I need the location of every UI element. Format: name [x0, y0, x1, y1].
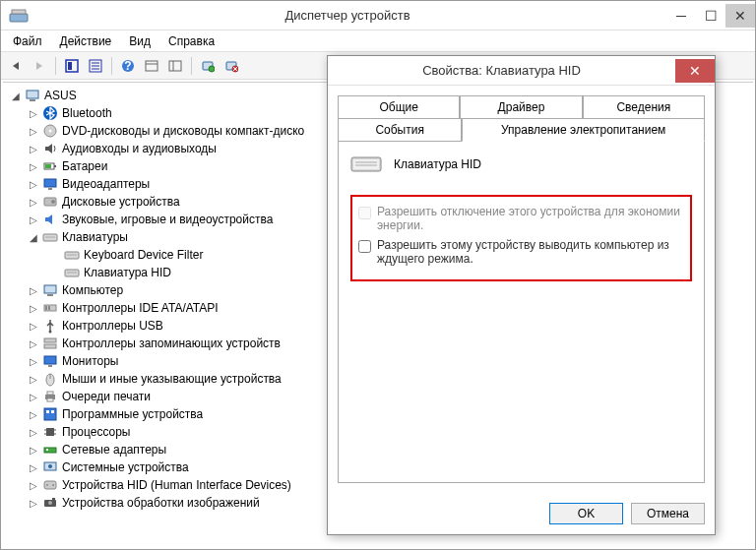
separator [191, 57, 192, 75]
menu-view[interactable]: Вид [121, 32, 158, 50]
expander-icon[interactable]: ▷ [27, 124, 40, 138]
svg-rect-45 [44, 344, 56, 348]
svg-rect-65 [44, 481, 56, 489]
dialog-close-button[interactable]: ✕ [675, 59, 715, 83]
show-hide-tree-button[interactable] [61, 55, 83, 77]
expander-icon[interactable]: ▷ [27, 106, 40, 120]
tree-item-label: Видеоадаптеры [62, 177, 150, 191]
svg-rect-46 [44, 356, 56, 364]
expander-icon[interactable]: ▷ [27, 301, 40, 315]
svg-rect-47 [48, 365, 52, 367]
expander-icon[interactable]: ▷ [27, 319, 40, 333]
close-button[interactable]: ✕ [725, 4, 755, 28]
battery-icon [42, 158, 58, 174]
highlight-box: Разрешить отключение этого устройства дл… [350, 195, 692, 281]
expander-icon[interactable]: ▷ [27, 460, 40, 474]
expander-icon[interactable]: ▷ [27, 496, 40, 510]
menu-file[interactable]: Файл [5, 32, 50, 50]
details-button[interactable] [164, 55, 186, 77]
tab-driver[interactable]: Драйвер [460, 95, 582, 119]
forward-button[interactable] [29, 55, 50, 77]
expander-icon[interactable]: ▷ [27, 195, 40, 209]
tree-item-label: Keyboard Device Filter [84, 248, 203, 262]
window-title: Диспетчер устройств [29, 8, 666, 23]
expander-icon[interactable]: ▷ [27, 177, 40, 191]
usb-icon [42, 318, 58, 334]
keyboard-icon [350, 153, 382, 175]
title-bar: Диспетчер устройств ─ ☐ ✕ [1, 1, 755, 31]
properties-button[interactable] [85, 55, 106, 77]
svg-rect-41 [45, 306, 47, 310]
menu-bar: Файл Действие Вид Справка [1, 31, 755, 52]
tab-events[interactable]: События [338, 118, 462, 142]
menu-action[interactable]: Действие [52, 32, 120, 50]
storage-icon [42, 336, 58, 351]
separator [55, 57, 56, 75]
expander-icon[interactable]: ▷ [27, 336, 40, 350]
svg-rect-29 [48, 188, 52, 190]
svg-rect-26 [54, 165, 56, 167]
cancel-button[interactable]: Отмена [631, 503, 705, 524]
svg-point-15 [209, 66, 215, 72]
svg-rect-61 [44, 448, 56, 453]
imaging-icon [42, 495, 58, 511]
svg-rect-53 [44, 408, 56, 420]
svg-rect-0 [10, 14, 28, 22]
network-icon [42, 442, 58, 458]
window-controls: ─ ☐ ✕ [666, 4, 755, 28]
checkbox-row-allow-off: Разрешить отключение этого устройства дл… [358, 205, 684, 232]
tree-item-label: Мониторы [62, 354, 118, 368]
tab-general[interactable]: Общие [338, 95, 460, 119]
tab-power-management[interactable]: Управление электропитанием [462, 118, 705, 142]
expander-icon[interactable]: ▷ [27, 443, 40, 457]
tab-details[interactable]: Сведения [583, 95, 705, 119]
dialog-title: Свойства: Клавиатура HID [328, 63, 675, 78]
expander-icon[interactable]: ▷ [27, 142, 40, 155]
allow-wake-checkbox[interactable] [358, 240, 371, 253]
maximize-button[interactable]: ☐ [696, 4, 725, 28]
svg-point-64 [48, 464, 52, 468]
svg-rect-1 [12, 10, 26, 14]
expander-icon[interactable]: ▷ [27, 372, 40, 386]
dvd-icon [42, 123, 58, 139]
tree-item-label: Мыши и иные указывающие устройства [62, 372, 282, 386]
checkbox-row-allow-wake: Разрешить этому устройству выводить комп… [358, 238, 684, 266]
dialog-buttons: OK Отмена [328, 493, 715, 534]
tree-item-label: Клавиатура HID [84, 266, 171, 279]
svg-rect-28 [44, 179, 56, 187]
allow-power-off-checkbox[interactable] [358, 207, 371, 219]
help-button[interactable]: ? [117, 55, 139, 77]
back-button[interactable] [5, 55, 27, 77]
tree-item-label: Контроллеры IDE ATA/ATAPI [62, 301, 219, 315]
expander-icon[interactable]: ▷ [27, 425, 40, 439]
expander-icon[interactable]: ▷ [27, 478, 40, 492]
dialog-tabs: Общие Драйвер Сведения События Управлени… [338, 95, 705, 141]
svg-rect-44 [44, 338, 56, 342]
display-icon [42, 176, 58, 192]
svg-point-69 [48, 501, 52, 505]
allow-wake-label: Разрешить этому устройству выводить комп… [377, 238, 684, 266]
expander-icon[interactable]: ▷ [27, 354, 40, 368]
app-icon [9, 8, 29, 24]
svg-point-43 [49, 331, 52, 334]
tree-item-label: Процессоры [62, 425, 131, 439]
monitor-icon [42, 353, 58, 369]
ok-button[interactable]: OK [549, 503, 623, 524]
expander-icon[interactable]: ▷ [27, 407, 40, 421]
device-header: Клавиатура HID [350, 153, 692, 175]
expander-icon[interactable]: ▷ [27, 159, 40, 173]
expander-icon[interactable]: ▷ [27, 283, 40, 297]
expander-icon[interactable]: ▷ [27, 390, 40, 403]
computer-icon [25, 88, 40, 103]
list-button[interactable] [141, 55, 162, 77]
expander-icon[interactable]: ▷ [27, 213, 40, 226]
uninstall-button[interactable] [220, 55, 242, 77]
printer-icon [42, 389, 58, 404]
minimize-button[interactable]: ─ [666, 4, 696, 28]
svg-rect-62 [46, 449, 48, 451]
scan-hardware-button[interactable] [197, 55, 219, 77]
tree-item-label: Сетевые адаптеры [62, 443, 166, 457]
expander-icon[interactable]: ◢ [27, 230, 40, 244]
expander-icon[interactable]: ◢ [9, 89, 23, 102]
menu-help[interactable]: Справка [160, 32, 222, 50]
